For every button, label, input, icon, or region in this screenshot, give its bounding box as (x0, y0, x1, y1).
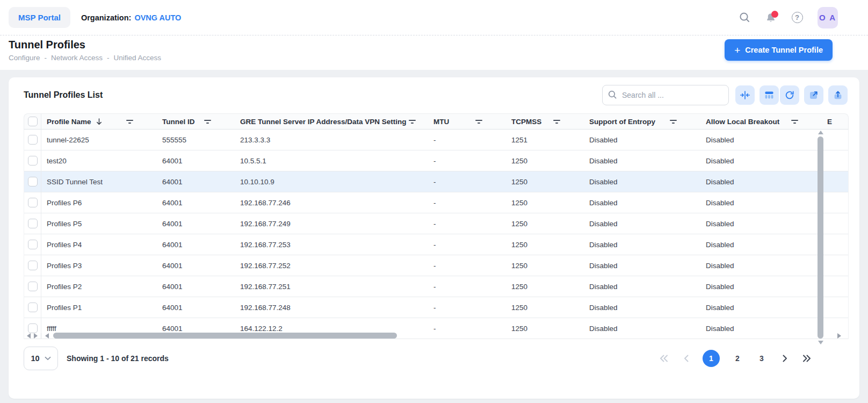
table-row-profiles-p2[interactable]: Profiles P264001192.168.77.251-1250Disab… (24, 276, 848, 297)
breadcrumb-item-unified-access[interactable]: Unified Access (114, 54, 162, 62)
last-page-button[interactable] (801, 355, 812, 362)
cell-gre-tunnel-server-ip-address-data-vpn-setting: 192.168.77.251 (235, 276, 428, 297)
column-header-mtu[interactable]: MTU (428, 114, 506, 129)
filter-icon[interactable] (473, 118, 484, 126)
help-question-glyph: ? (792, 12, 803, 23)
user-avatar[interactable]: O A (818, 7, 838, 28)
vertical-scrollbar-thumb[interactable] (818, 136, 823, 339)
scroll-left-arrow-icon[interactable] (45, 333, 49, 339)
column-label: TCPMSS (511, 118, 541, 126)
cell-profile-name: tunnel-22625 (41, 129, 157, 150)
page-button-1[interactable]: 1 (703, 350, 720, 367)
table-row-profiles-p3[interactable]: Profiles P364001192.168.77.252-1250Disab… (24, 255, 848, 276)
tunnel-profiles-table: Profile NameTunnel IDGRE Tunnel Server I… (24, 113, 849, 339)
cell-gre-tunnel-server-ip-address-data-vpn-setting: 192.168.77.249 (235, 213, 428, 234)
columns-icon (764, 90, 775, 100)
row-checkbox[interactable] (28, 198, 38, 207)
cell-gre-tunnel-server-ip-address-data-vpn-setting: 192.168.77.246 (235, 192, 428, 213)
column-header-profile-name[interactable]: Profile Name (41, 114, 157, 129)
organization-label: Organization:OVNG AUTO (81, 13, 181, 22)
scroll-right-arrow-icon[interactable] (837, 333, 841, 339)
page-button-2[interactable]: 2 (731, 354, 744, 363)
collapse-columns-button[interactable] (735, 85, 755, 105)
row-checkbox-cell (24, 213, 41, 234)
row-checkbox[interactable] (28, 282, 38, 291)
filter-icon[interactable] (407, 118, 418, 126)
refresh-button[interactable] (780, 85, 799, 105)
scroll-right-arrow-icon[interactable] (34, 333, 38, 339)
organization-name-link[interactable]: OVNG AUTO (134, 13, 181, 22)
select-all-checkbox[interactable] (28, 117, 38, 126)
page-title: Tunnel Profiles (9, 39, 161, 51)
row-checkbox[interactable] (28, 261, 38, 270)
choose-columns-button[interactable] (760, 85, 779, 105)
cell-allow-local-breakout: Disabled (700, 234, 822, 255)
scroll-left-arrow-icon[interactable] (27, 333, 31, 339)
help-icon[interactable]: ? (791, 12, 803, 24)
filter-icon[interactable] (789, 118, 800, 126)
table-row-profiles-p5[interactable]: Profiles P564001192.168.77.249-1250Disab… (24, 213, 848, 234)
table-row-profiles-p1[interactable]: Profiles P164001192.168.77.248-1250Disab… (24, 297, 848, 318)
row-checkbox[interactable] (28, 303, 38, 312)
column-header-tcpmss[interactable]: TCPMSS (506, 114, 584, 129)
cell-support-of-entropy: Disabled (584, 192, 700, 213)
horizontal-scrollbar-thumb[interactable] (53, 333, 397, 339)
page-number-buttons: 123 (703, 350, 768, 367)
filter-icon[interactable] (124, 118, 135, 126)
export-button[interactable] (828, 85, 848, 105)
next-page-button[interactable] (779, 355, 790, 362)
cell-gre-tunnel-server-ip-address-data-vpn-setting: 192.168.77.253 (235, 234, 428, 255)
breadcrumb-item-network-access[interactable]: Network Access (51, 54, 103, 62)
scroll-down-arrow-icon[interactable] (818, 341, 823, 344)
first-page-button[interactable] (659, 355, 669, 362)
column-header-e[interactable]: E (822, 114, 848, 129)
cell-tcpmss: 1250 (506, 213, 584, 234)
search-input[interactable] (602, 85, 729, 105)
row-checkbox[interactable] (28, 135, 38, 145)
notifications-bell-icon[interactable] (765, 12, 777, 24)
cell-mtu: - (428, 234, 506, 255)
search-icon[interactable] (739, 12, 750, 24)
previous-page-button[interactable] (681, 355, 691, 362)
page-size-select[interactable]: 10 (24, 347, 58, 370)
filter-icon[interactable] (551, 118, 562, 126)
breadcrumb-item-configure[interactable]: Configure (9, 54, 40, 62)
column-header-allow-local-breakout[interactable]: Allow Local Breakout (700, 114, 822, 129)
row-checkbox-cell (24, 171, 41, 192)
page-header: Tunnel Profiles Configure - Network Acce… (0, 35, 868, 70)
column-label: Profile Name (47, 118, 91, 126)
scroll-up-arrow-icon[interactable] (818, 131, 823, 134)
row-checkbox[interactable] (28, 177, 38, 186)
table-row-profiles-p6[interactable]: Profiles P664001192.168.77.246-1250Disab… (24, 192, 848, 213)
column-header-gre-tunnel-server-ip-address-data-vpn-setting[interactable]: GRE Tunnel Server IP Address/Data VPN Se… (235, 114, 428, 129)
cell-support-of-entropy: Disabled (584, 255, 700, 276)
column-header-tunnel-id[interactable]: Tunnel ID (157, 114, 235, 129)
table-row-test20[interactable]: test206400110.5.5.1-1250DisabledDisabled (24, 150, 848, 171)
select-all-cell (24, 114, 41, 129)
msp-portal-brand[interactable]: MSP Portal (9, 7, 70, 28)
table-body: tunnel-22625555555213.3.3.3-1251Disabled… (24, 129, 849, 339)
cell-clipped-column (822, 213, 848, 234)
sort-descending-arrow-icon[interactable] (96, 118, 103, 126)
top-navigation-bar: MSP Portal Organization:OVNG AUTO ? O A (0, 0, 868, 35)
create-tunnel-profile-button[interactable]: + Create Tunnel Profile (725, 39, 833, 61)
row-checkbox[interactable] (28, 156, 38, 165)
row-checkbox[interactable] (28, 219, 38, 228)
cell-tcpmss: 1250 (506, 276, 584, 297)
filter-icon[interactable] (202, 118, 213, 126)
cell-tunnel-id: 64001 (157, 297, 235, 318)
filter-icon[interactable] (668, 118, 679, 126)
cell-allow-local-breakout: Disabled (700, 150, 822, 171)
page-button-3[interactable]: 3 (755, 354, 768, 363)
row-checkbox-cell (24, 276, 41, 297)
open-in-new-window-button[interactable] (804, 85, 823, 105)
table-row-tunnel-22625[interactable]: tunnel-22625555555213.3.3.3-1251Disabled… (24, 129, 848, 150)
refresh-icon (784, 90, 795, 100)
pager: 123 (659, 350, 812, 367)
column-header-support-of-entropy[interactable]: Support of Entropy (584, 114, 700, 129)
cell-allow-local-breakout: Disabled (700, 255, 822, 276)
table-row-ssid-tunnel-test[interactable]: SSID Tunnel Test6400110.10.10.9-1250Disa… (24, 171, 848, 192)
row-checkbox[interactable] (28, 240, 38, 249)
table-row-profiles-p4[interactable]: Profiles P464001192.168.77.253-1250Disab… (24, 234, 848, 255)
cell-tunnel-id: 64001 (157, 213, 235, 234)
